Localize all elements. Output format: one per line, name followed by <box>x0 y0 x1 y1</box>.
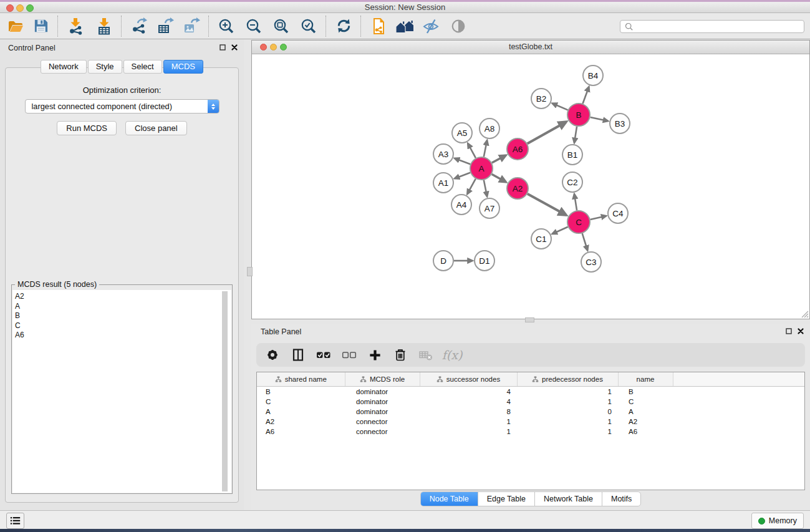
tab-style[interactable]: Style <box>88 60 122 74</box>
run-mcds-button[interactable]: Run MCDS <box>57 121 117 135</box>
table-cell[interactable]: 1 <box>420 427 517 437</box>
graph-edge-A-A7[interactable] <box>484 180 487 196</box>
search-input[interactable] <box>637 22 804 32</box>
table-cell[interactable]: A6 <box>618 427 673 437</box>
result-item[interactable]: C <box>15 321 231 331</box>
deselect-all-button[interactable] <box>342 347 357 362</box>
graph-edge-A2-C[interactable] <box>528 194 566 215</box>
vertical-scrollbar-nub[interactable] <box>247 267 253 276</box>
delete-column-button[interactable] <box>393 347 408 362</box>
import-network-button[interactable] <box>65 15 86 37</box>
save-session-button[interactable] <box>30 15 51 37</box>
table-cell[interactable]: connector <box>345 427 420 437</box>
zoom-out-button[interactable] <box>243 15 264 37</box>
graph-edge-A-A4[interactable] <box>467 179 475 194</box>
graph-edge-A-A2[interactable] <box>492 174 506 182</box>
network-graph[interactable]: B4B2BB3A8A5A6A3B1AC2A1A2A4A7C4CC1DD1C3 <box>252 54 809 319</box>
new-network-from-selection-button[interactable] <box>368 15 389 37</box>
table-cell[interactable]: 1 <box>517 387 618 397</box>
show-graphics-details-button[interactable] <box>448 15 469 37</box>
tab-mcds[interactable]: MCDS <box>163 60 203 74</box>
hide-graphics-details-button[interactable] <box>420 15 441 37</box>
memory-button[interactable]: Memory <box>751 513 804 529</box>
table-cell[interactable]: B <box>257 387 345 397</box>
result-scrollbar[interactable] <box>222 291 228 491</box>
tab-edge-table[interactable]: Edge Table <box>478 492 534 506</box>
criterion-select[interactable]: largest connected component (directed) <box>25 99 219 114</box>
graph-edge-A-A3[interactable] <box>455 158 470 164</box>
result-item[interactable]: A <box>15 302 231 312</box>
open-session-button[interactable] <box>5 15 26 37</box>
toolbar-search[interactable] <box>620 20 804 33</box>
table-cell[interactable]: dominator <box>345 407 420 417</box>
graph-edge-C-C2[interactable] <box>574 194 577 210</box>
close-panel-icon[interactable] <box>798 328 804 334</box>
table-cell[interactable]: A <box>618 407 673 417</box>
tab-node-table[interactable]: Node Table <box>421 492 478 506</box>
graph-edge-B-B3[interactable] <box>591 117 608 121</box>
tab-network[interactable]: Network <box>41 60 87 74</box>
refresh-button[interactable] <box>333 15 354 37</box>
zoom-fit-button[interactable] <box>271 15 292 37</box>
table-cell[interactable]: 1 <box>420 417 517 427</box>
horizontal-scrollbar-nub[interactable] <box>525 317 534 322</box>
table-row[interactable]: A6connector11A6 <box>257 427 804 437</box>
graph-edge-A-A5[interactable] <box>468 143 476 158</box>
table-cell[interactable]: A2 <box>618 417 673 427</box>
zoom-in-button[interactable] <box>216 15 237 37</box>
show-column-button[interactable] <box>291 347 306 362</box>
tab-motifs[interactable]: Motifs <box>602 492 640 506</box>
result-item[interactable]: A2 <box>15 292 231 302</box>
column-header-name[interactable]: name <box>618 372 673 387</box>
float-panel-icon[interactable] <box>786 328 792 334</box>
zoom-selected-button[interactable] <box>298 15 319 37</box>
table-cell[interactable]: 8 <box>420 407 517 417</box>
table-cell[interactable]: 1 <box>517 397 618 407</box>
import-table-button[interactable] <box>94 15 115 37</box>
graph-edge-B-B1[interactable] <box>574 127 577 143</box>
table-cell[interactable]: dominator <box>345 387 420 397</box>
table-cell[interactable]: 1 <box>517 427 618 437</box>
graph-edge-C-C3[interactable] <box>582 233 588 250</box>
table-row[interactable]: Bdominator41B <box>257 387 804 397</box>
export-network-button[interactable] <box>128 15 150 37</box>
table-cell[interactable]: B <box>618 387 673 397</box>
table-cell[interactable]: A6 <box>257 427 345 437</box>
delete-table-button[interactable] <box>418 347 433 362</box>
window-resize-grip[interactable] <box>799 309 809 318</box>
column-header-predecessor-nodes[interactable]: predecessor nodes <box>517 372 618 387</box>
table-row[interactable]: Adominator80A <box>257 407 804 417</box>
export-table-button[interactable] <box>155 15 176 37</box>
table-row[interactable]: A2connector11A2 <box>257 417 804 427</box>
app-titlebar[interactable]: Session: New Session <box>0 2 810 13</box>
table-cell[interactable]: 4 <box>420 397 517 407</box>
table-cell[interactable]: 1 <box>517 417 618 427</box>
column-header-MCDS-role[interactable]: MCDS role <box>345 372 420 387</box>
column-header-successor-nodes[interactable]: successor nodes <box>420 372 517 387</box>
tab-select[interactable]: Select <box>123 60 162 74</box>
table-cell[interactable]: A2 <box>257 417 345 427</box>
graph-edge-A-A6[interactable] <box>492 155 506 163</box>
graph-edge-C-C4[interactable] <box>591 216 607 220</box>
table-row[interactable]: Cdominator41C <box>257 397 804 407</box>
tab-network-table[interactable]: Network Table <box>534 492 602 506</box>
result-item[interactable]: B <box>15 311 231 321</box>
network-window-titlebar[interactable]: testGlobe.txt <box>252 41 809 54</box>
task-history-button[interactable] <box>6 513 24 529</box>
network-home-button[interactable] <box>394 15 415 37</box>
graph-edge-A-A8[interactable] <box>484 140 487 157</box>
graph-edge-A6-B[interactable] <box>528 122 566 143</box>
function-builder-button[interactable]: f(x) <box>444 347 459 362</box>
table-cell[interactable]: connector <box>345 417 420 427</box>
float-panel-icon[interactable] <box>219 44 226 51</box>
graph-edge-A-A1[interactable] <box>455 173 470 179</box>
column-header-shared-name[interactable]: shared name <box>257 372 345 387</box>
graph-edge-C-C1[interactable] <box>552 227 568 234</box>
result-item[interactable]: A6 <box>15 331 231 341</box>
table-cell[interactable]: A <box>257 407 345 417</box>
table-cell[interactable]: 0 <box>517 407 618 417</box>
table-cell[interactable]: dominator <box>345 397 420 407</box>
graph-edge-B-B4[interactable] <box>583 87 589 104</box>
close-panel-icon[interactable] <box>231 44 238 51</box>
table-cell[interactable]: 4 <box>420 387 517 397</box>
